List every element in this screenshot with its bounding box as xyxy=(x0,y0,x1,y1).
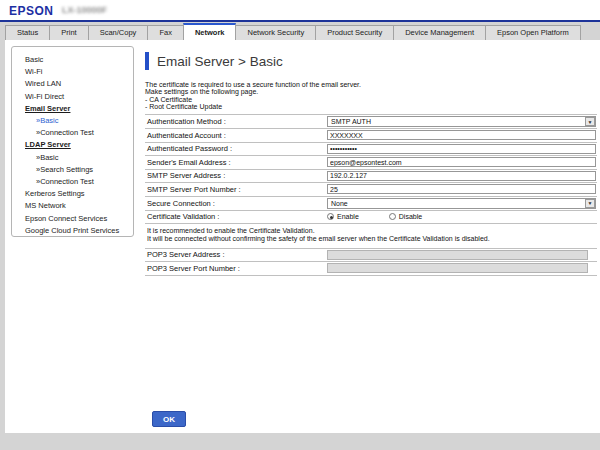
header-bar: EPSON LX-10000F xyxy=(0,0,600,20)
field-label: POP3 Server Port Number : xyxy=(145,264,327,273)
radio-option-disable[interactable]: Disable xyxy=(389,213,422,220)
description-line: Make settings on the following page. xyxy=(145,88,598,95)
tab-scan-copy[interactable]: Scan/Copy xyxy=(88,25,149,40)
note-line: It is recommended to enable the Certific… xyxy=(147,227,597,235)
sidebar-item-ms-network[interactable]: MS Network xyxy=(12,200,131,212)
form-row-pop3-server-address: POP3 Server Address : xyxy=(145,249,597,263)
email-server-form: Authentication Method : SMTP AUTH ▼ Auth… xyxy=(145,114,597,275)
sidebar-item-wifi[interactable]: Wi-Fi xyxy=(12,66,131,78)
secure-connection-select[interactable]: None ▼ xyxy=(327,198,596,209)
description-line: The certificate is required to use a sec… xyxy=(145,81,598,88)
page-title: Email Server > Basic xyxy=(157,54,283,69)
field-label: Authentication Method : xyxy=(145,117,327,126)
title-row: Email Server > Basic xyxy=(145,52,598,70)
sidebar-item-wired-lan[interactable]: Wired LAN xyxy=(12,78,131,90)
sidebar-item-basic[interactable]: Basic xyxy=(12,54,131,66)
form-row-secure-connection: Secure Connection : None ▼ xyxy=(145,197,597,211)
tab-print[interactable]: Print xyxy=(49,25,88,40)
sidebar-item-wifi-direct[interactable]: Wi-Fi Direct xyxy=(12,91,131,103)
field-label: Certificate Validation : xyxy=(145,212,327,221)
sidebar-item-ldap-search-settings[interactable]: »Search Settings xyxy=(12,164,131,176)
field-label: POP3 Server Address : xyxy=(145,250,327,259)
pop3-server-address-input xyxy=(327,250,588,260)
title-accent-bar xyxy=(145,52,149,70)
radio-unselected-icon[interactable] xyxy=(389,213,396,220)
field-label: Authenticated Account : xyxy=(145,131,327,140)
smtp-server-address-input[interactable] xyxy=(327,171,596,181)
authenticated-password-input[interactable] xyxy=(327,144,596,154)
authentication-method-select[interactable]: SMTP AUTH ▼ xyxy=(327,116,596,127)
description-line: - CA Certificate xyxy=(145,96,598,103)
chevron-down-icon[interactable]: ▼ xyxy=(585,199,595,208)
tab-device-management[interactable]: Device Management xyxy=(393,25,486,40)
sidebar-item-epson-connect-services[interactable]: Epson Connect Services xyxy=(12,213,131,225)
main-panel: Email Server > Basic The certificate is … xyxy=(145,52,598,276)
sidebar-group-email-server: Email Server xyxy=(12,103,131,115)
tab-status[interactable]: Status xyxy=(5,25,50,40)
epson-web-config-page: EPSON LX-10000F Status Print Scan/Copy F… xyxy=(0,0,600,450)
content-area: Basic Wi-Fi Wired LAN Wi-Fi Direct Email… xyxy=(5,40,600,433)
sidebar-item-ldap-basic[interactable]: »Basic xyxy=(12,152,131,164)
tab-network-security[interactable]: Network Security xyxy=(235,25,316,40)
form-row-smtp-server-port-number: SMTP Server Port Number : xyxy=(145,183,597,197)
selected-value: SMTP AUTH xyxy=(328,118,371,125)
description-line: - Root Certificate Update xyxy=(145,103,598,110)
form-row-authenticated-password: Authenticated Password : xyxy=(145,143,597,157)
form-row-pop3-server-port-number: POP3 Server Port Number : xyxy=(145,262,597,276)
field-label: SMTP Server Address : xyxy=(145,171,327,180)
authenticated-account-input[interactable] xyxy=(327,130,596,140)
radio-option-enable[interactable]: Enable xyxy=(327,213,359,220)
tab-network[interactable]: Network xyxy=(183,23,237,40)
tab-epson-open-platform[interactable]: Epson Open Platform xyxy=(485,25,581,40)
radio-selected-icon[interactable] xyxy=(327,213,334,220)
note-line: It will be connected without confirming … xyxy=(147,235,597,243)
field-label: Sender's Email Address : xyxy=(145,158,327,167)
tab-fax[interactable]: Fax xyxy=(147,25,184,40)
certificate-validation-note: It is recommended to enable the Certific… xyxy=(145,224,597,248)
smtp-server-port-number-input[interactable] xyxy=(327,184,596,194)
sidebar-item-kerberos-settings[interactable]: Kerberos Settings xyxy=(12,188,131,200)
sidebar-item-email-connection-test[interactable]: »Connection Test xyxy=(12,127,131,139)
sidebar-item-ldap-connection-test[interactable]: »Connection Test xyxy=(12,176,131,188)
form-row-smtp-server-address: SMTP Server Address : xyxy=(145,170,597,184)
form-row-certificate-validation: Certificate Validation : Enable Disable xyxy=(145,211,597,225)
tab-bar: Status Print Scan/Copy Fax Network Netwo… xyxy=(0,23,600,40)
field-label: SMTP Server Port Number : xyxy=(145,185,327,194)
radio-label: Disable xyxy=(399,213,422,220)
description-block: The certificate is required to use a sec… xyxy=(145,81,598,110)
field-label: Secure Connection : xyxy=(145,199,327,208)
pop3-server-port-number-input xyxy=(327,263,588,273)
header-divider xyxy=(0,20,600,22)
selected-value: None xyxy=(328,200,348,207)
model-name-redacted: LX-10000F xyxy=(62,5,107,15)
chevron-down-icon[interactable]: ▼ xyxy=(585,117,595,126)
radio-label: Enable xyxy=(337,213,359,220)
epson-logo: EPSON xyxy=(9,4,54,18)
sidebar-item-email-basic[interactable]: »Basic xyxy=(12,115,131,127)
sidebar-group-ldap-server: LDAP Server xyxy=(12,139,131,151)
ok-button[interactable]: OK xyxy=(152,411,186,427)
tab-product-security[interactable]: Product Security xyxy=(315,25,394,40)
form-row-senders-email-address: Sender's Email Address : xyxy=(145,156,597,170)
sidebar-item-google-cloud-print-services[interactable]: Google Cloud Print Services xyxy=(12,225,131,237)
certificate-validation-radio-group: Enable Disable xyxy=(327,213,452,220)
sidebar-nav: Basic Wi-Fi Wired LAN Wi-Fi Direct Email… xyxy=(11,46,134,237)
field-label: Authenticated Password : xyxy=(145,144,327,153)
senders-email-address-input[interactable] xyxy=(327,157,596,167)
form-row-authentication-method: Authentication Method : SMTP AUTH ▼ xyxy=(145,115,597,129)
form-row-authenticated-account: Authenticated Account : xyxy=(145,129,597,143)
